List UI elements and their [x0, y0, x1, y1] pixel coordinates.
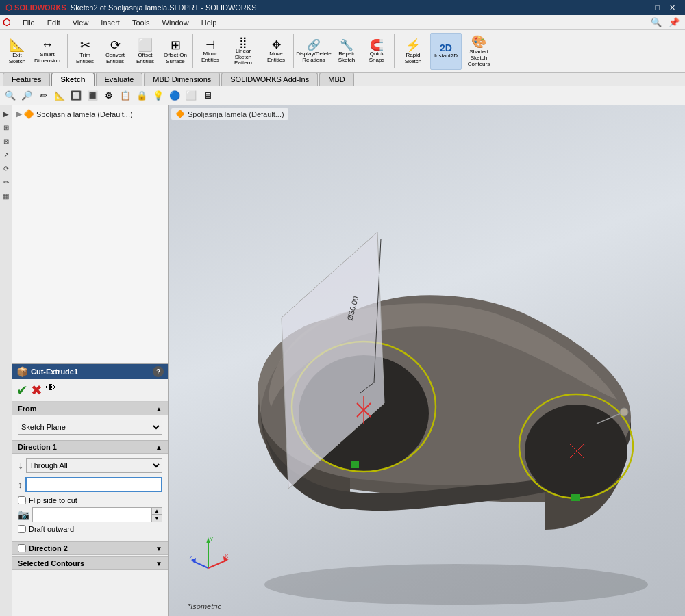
dir1-spin-down[interactable]: ▼	[151, 515, 162, 522]
flip-checkbox-row: Flip side to cut	[18, 496, 162, 504]
dir1-draft-icon: 📷	[18, 509, 29, 520]
exit-sketch-icon: 📐	[10, 38, 25, 53]
dir1-spin-up[interactable]: ▲	[151, 507, 162, 515]
tab-mbd-dimensions[interactable]: MBD Dimensions	[144, 73, 220, 86]
from-content: Sketch Plane Surface Vertex Offset	[12, 415, 168, 439]
contours-header[interactable]: Selected Contours ▼	[12, 556, 168, 570]
tb2-lock[interactable]: 🔒	[134, 88, 149, 103]
mirror-icon: ⊣	[206, 38, 215, 51]
breadcrumb-text: Spoljasnja lamela (Default...)	[188, 110, 284, 118]
help-icon[interactable]: ?	[153, 366, 164, 377]
dir2-checkbox[interactable]	[18, 544, 26, 552]
tab-features[interactable]: Features	[3, 73, 50, 86]
menu-view[interactable]: View	[67, 17, 95, 28]
dir1-type-select[interactable]: Through All Blind Up to Next Up to Verte…	[26, 458, 162, 473]
tree-expand-icon: ▶	[16, 110, 22, 118]
repair-icon: 🔧	[340, 38, 353, 51]
panel-actions: ✔ ✖ 👁	[12, 379, 168, 402]
search-icon[interactable]: 🔍	[648, 17, 664, 27]
toolbar2: 🔍 🔎 ✏ 📐 🔲 🔳 ⚙ 📋 🔒 💡 🔵 ⬜ 🖥	[0, 86, 685, 105]
dir1-header[interactable]: Direction 1 ▲	[12, 440, 168, 454]
from-section-header[interactable]: From ▲	[12, 402, 168, 415]
mirror-button[interactable]: ⊣ Mirror Entities	[196, 33, 225, 70]
tb2-clipboard[interactable]: 📋	[118, 88, 133, 103]
sidebar-icon-2[interactable]: ⊞	[1, 122, 12, 133]
maximize-button[interactable]: □	[651, 3, 664, 12]
tb2-edit[interactable]: ✏	[36, 88, 51, 103]
menu-file[interactable]: File	[17, 17, 40, 28]
draft-checkbox-row: Draft outward	[18, 525, 162, 533]
display-delete-button[interactable]: 🔗 Display/Delete Relations	[297, 33, 331, 70]
tb2-dim[interactable]: 📐	[52, 88, 67, 103]
sidebar-icon-3[interactable]: ⊠	[1, 136, 12, 146]
convert-button[interactable]: ⟳ Convert Entities	[101, 33, 129, 70]
tb2-box1[interactable]: 🔲	[68, 88, 84, 103]
sidebar-icon-5[interactable]: ⟳	[1, 163, 12, 174]
tb2-gear[interactable]: ⚙	[101, 88, 116, 103]
confirm-button[interactable]: ✔	[16, 382, 28, 398]
draft-checkbox[interactable]	[18, 525, 26, 533]
tb2-box2[interactable]: 🔳	[85, 88, 100, 103]
tb2-zoom-fit[interactable]: 🔎	[19, 88, 34, 103]
sidebar-icon-4[interactable]: ↗	[1, 149, 12, 160]
viewport[interactable]: 🔶 Spoljasnja lamela (Default...)	[169, 105, 685, 616]
panel-title: Cut-Extrude1	[31, 368, 78, 376]
menu-insert[interactable]: Insert	[95, 17, 125, 28]
flip-checkbox[interactable]	[18, 496, 26, 504]
offset-button[interactable]: ⬜ Offset Entities	[131, 33, 160, 70]
tb2-circle[interactable]: 🔵	[167, 88, 182, 103]
breadcrumb: 🔶 Spoljasnja lamela (Default...)	[171, 108, 288, 120]
dir2-header[interactable]: Direction 2 ▼	[12, 541, 168, 555]
tab-evaluate[interactable]: Evaluate	[96, 73, 143, 86]
preview-button[interactable]: 👁	[45, 382, 56, 398]
offset-surface-button[interactable]: ⊞ Offset On Surface	[161, 33, 190, 70]
tb2-square[interactable]: ⬜	[184, 88, 199, 103]
dir1-draft-input[interactable]	[32, 507, 151, 522]
contours-collapse-icon: ▼	[155, 560, 162, 567]
x-axis-label: X	[225, 553, 229, 559]
sidebar-icon-1[interactable]: ▶	[1, 108, 12, 119]
contours-label: Selected Contours	[18, 559, 84, 567]
shaded-contours-button[interactable]: 🎨 Shaded Sketch Contours	[463, 33, 495, 70]
menubar: ⬡ File Edit View Insert Tools Window Hel…	[0, 15, 685, 30]
linear-pattern-icon: ⣿	[239, 36, 247, 49]
close-button[interactable]: ✕	[665, 3, 680, 12]
smart-dimension-button[interactable]: ↔ Smart Dimension	[33, 33, 62, 70]
trim-button[interactable]: ✂ Trim Entities	[71, 33, 99, 70]
sidebar-icon-6[interactable]: ✏	[1, 177, 12, 188]
rapid-sketch-icon: ⚡	[406, 38, 421, 53]
tab-solidworks-addins[interactable]: SOLIDWORKS Add-Ins	[221, 73, 318, 86]
dir1-value-input[interactable]	[25, 477, 162, 492]
instant2d-button[interactable]: 2D Instant2D	[430, 33, 462, 70]
shaded-contours-icon: 🎨	[471, 34, 486, 49]
dir2-collapse-icon: ▼	[155, 545, 162, 552]
tb2-search[interactable]: 🔍	[3, 88, 18, 103]
menu-help[interactable]: Help	[196, 17, 223, 28]
exit-sketch-button[interactable]: 📐 Exit Sketch	[3, 33, 32, 70]
quick-snaps-icon: 🧲	[370, 38, 384, 51]
tree-part-icon: 🔶	[23, 109, 34, 119]
tb2-bulb[interactable]: 💡	[151, 88, 166, 103]
shadow	[264, 564, 648, 605]
sidebar-icon-7[interactable]: ▦	[1, 190, 12, 201]
right-hole	[525, 405, 627, 498]
repair-sketch-button[interactable]: 🔧 Repair Sketch	[332, 33, 361, 70]
minimize-button[interactable]: ─	[636, 3, 650, 12]
dir1-flip-icon: ↕	[18, 479, 23, 490]
x-axis-line	[208, 560, 227, 568]
tab-sketch[interactable]: Sketch	[51, 73, 94, 86]
tree-item-root[interactable]: ▶ 🔶 Spoljasnja lamela (Default...)	[15, 108, 165, 120]
draft-label: Draft outward	[29, 525, 74, 533]
rapid-sketch-button[interactable]: ⚡ Rapid Sketch	[397, 33, 429, 70]
from-select[interactable]: Sketch Plane Surface Vertex Offset	[18, 420, 162, 435]
quick-snaps-button[interactable]: 🧲 Quick Snaps	[362, 33, 391, 70]
linear-pattern-button[interactable]: ⣿ Linear Sketch Pattern	[226, 33, 260, 70]
menu-tools[interactable]: Tools	[127, 17, 155, 28]
tb2-monitor[interactable]: 🖥	[200, 88, 215, 103]
menu-window[interactable]: Window	[157, 17, 195, 28]
breadcrumb-icon: 🔶	[175, 110, 185, 118]
cancel-button[interactable]: ✖	[31, 382, 42, 398]
move-button[interactable]: ✥ Move Entities	[262, 33, 290, 70]
menu-edit[interactable]: Edit	[42, 17, 66, 28]
tab-mbd[interactable]: MBD	[319, 73, 353, 86]
